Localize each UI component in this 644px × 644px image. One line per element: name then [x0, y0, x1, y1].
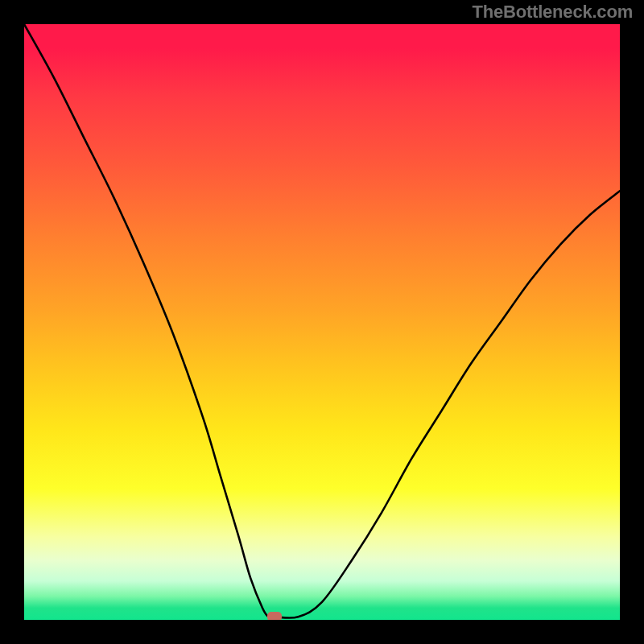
chart-frame: TheBottleneck.com [0, 0, 644, 644]
watermark-label: TheBottleneck.com [472, 2, 633, 23]
curve-svg [24, 24, 620, 620]
plot-area [24, 24, 620, 620]
minimum-marker [267, 612, 282, 620]
bottleneck-curve-path [24, 24, 620, 618]
